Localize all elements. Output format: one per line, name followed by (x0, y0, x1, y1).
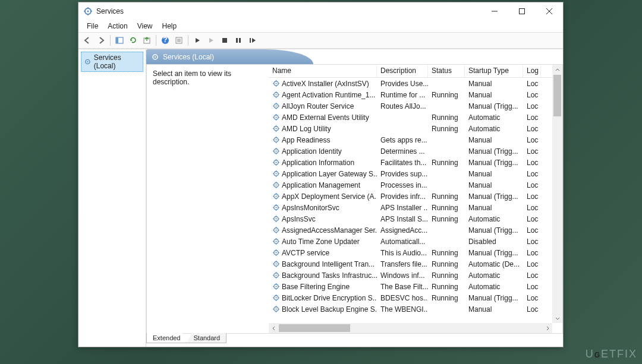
scroll-right-icon[interactable] (542, 323, 552, 333)
stop-button[interactable] (218, 34, 231, 47)
service-row[interactable]: Background Intelligent Tran...Transfers … (269, 258, 562, 270)
cell-status: Running (428, 113, 465, 122)
svg-point-58 (275, 139, 276, 140)
main-content: Select an item to view its description. … (146, 64, 563, 334)
svg-point-70 (275, 162, 276, 163)
horizontal-scrollbar[interactable] (269, 323, 552, 333)
service-row[interactable]: Background Tasks Infrastruc...Windows in… (269, 270, 562, 281)
cell-status (428, 140, 465, 141)
start-button[interactable] (191, 34, 204, 47)
export-button[interactable] (140, 34, 153, 47)
cell-status (428, 83, 465, 84)
gear-icon (272, 102, 280, 110)
col-status[interactable]: Status (428, 65, 465, 77)
scroll-left-icon[interactable] (269, 323, 279, 333)
rows-container: ActiveX Installer (AxInstSV)Provides Use… (269, 78, 562, 333)
menu-action[interactable]: Action (103, 21, 132, 31)
cell-startup: Disabled (465, 237, 523, 246)
svg-point-142 (275, 297, 276, 298)
cell-name: Agent Activation Runtime_1... (269, 90, 377, 100)
cell-startup: Manual (465, 90, 523, 100)
cell-log: Loc (523, 271, 541, 280)
scroll-thumb[interactable] (553, 75, 561, 116)
forward-button[interactable] (95, 34, 108, 47)
cell-status: Running (428, 282, 465, 292)
gear-icon (272, 147, 280, 155)
service-row[interactable]: Auto Time Zone UpdaterAutomaticall...Dis… (269, 236, 562, 247)
svg-point-28 (275, 83, 276, 84)
gear-icon (151, 53, 159, 61)
service-row[interactable]: Application InformationFacilitates th...… (269, 157, 562, 168)
refresh-button[interactable] (127, 34, 140, 47)
cell-status (428, 241, 465, 242)
svg-point-100 (275, 218, 276, 219)
menu-file[interactable]: File (82, 21, 103, 31)
service-row[interactable]: ApsInsMonitorSvcAPS Installer ...Running… (269, 202, 562, 213)
tree-root-item[interactable]: Services (Local) (81, 52, 143, 72)
scroll-down-icon[interactable] (552, 313, 562, 323)
cell-status: Running (428, 248, 465, 258)
start-disabled-button[interactable] (204, 34, 218, 47)
vertical-scrollbar[interactable] (552, 65, 562, 323)
pause-button[interactable] (232, 34, 245, 47)
service-row[interactable]: Application ManagementProcesses in...Man… (269, 179, 562, 191)
svg-rect-11 (116, 37, 118, 43)
close-button[interactable] (536, 2, 563, 20)
services-list: Name Description Status Startup Type Log… (269, 65, 562, 333)
service-row[interactable]: AVCTP serviceThis is Audio...RunningManu… (269, 247, 562, 258)
service-row[interactable]: Agent Activation Runtime_1...Runtime for… (269, 89, 562, 100)
gear-icon (272, 80, 280, 87)
cell-name: AssignedAccessManager Ser... (269, 226, 377, 235)
col-startup[interactable]: Startup Type (465, 65, 523, 77)
service-row[interactable]: App ReadinessGets apps re...ManualLoc (269, 134, 562, 145)
cell-status (428, 106, 465, 107)
minimize-button[interactable] (481, 2, 508, 20)
toolbar: ? (78, 32, 563, 49)
svg-point-82 (275, 184, 276, 185)
service-row[interactable]: Base Filtering EngineThe Base Filt...Run… (269, 281, 562, 292)
service-row[interactable]: AMD Log UtilityRunningAutomaticLoc (269, 123, 562, 134)
service-row[interactable]: AMD External Events UtilityRunningAutoma… (269, 112, 562, 123)
maximize-button[interactable] (508, 2, 536, 20)
cell-desc: BDESVC hos... (377, 293, 428, 303)
service-row[interactable]: ApsInsSvcAPS Install S...RunningAutomati… (269, 213, 562, 224)
service-row[interactable]: Application Layer Gateway S...Provides s… (269, 168, 562, 179)
svg-point-88 (275, 195, 276, 197)
col-name[interactable]: Name (269, 65, 377, 77)
tab-extended[interactable]: Extended (146, 333, 187, 343)
cell-startup: Manual (465, 305, 523, 314)
col-description[interactable]: Description (377, 65, 428, 77)
service-row[interactable]: AssignedAccessManager Ser...AssignedAcc.… (269, 224, 562, 236)
gear-icon (272, 113, 280, 121)
scroll-thumb-h[interactable] (279, 324, 350, 332)
scroll-up-icon[interactable] (552, 65, 562, 75)
help-button[interactable]: ? (159, 34, 172, 47)
menu-view[interactable]: View (133, 21, 158, 31)
show-hide-button[interactable] (113, 34, 126, 47)
cell-log: Loc (523, 248, 541, 258)
col-logon[interactable]: Log (523, 65, 541, 77)
tab-standard[interactable]: Standard (187, 333, 226, 343)
service-row[interactable]: AppX Deployment Service (A...Provides in… (269, 191, 562, 202)
properties-button[interactable] (172, 34, 185, 47)
menu-help[interactable]: Help (158, 21, 182, 31)
service-row[interactable]: Block Level Backup Engine S...The WBENGI… (269, 303, 562, 315)
svg-rect-22 (250, 38, 251, 43)
cell-name: AMD Log Utility (269, 124, 377, 134)
back-button[interactable] (81, 34, 94, 47)
service-row[interactable]: Application IdentityDetermines ...Manual… (269, 145, 562, 157)
cell-desc: Transfers file... (377, 259, 428, 269)
services-window: Services File Action View Help ? Service… (78, 2, 564, 347)
service-row[interactable]: AllJoyn Router ServiceRoutes AllJo...Man… (269, 100, 562, 112)
service-row[interactable]: ActiveX Installer (AxInstSV)Provides Use… (269, 78, 562, 89)
svg-rect-19 (222, 38, 227, 43)
cell-startup: Automatic (465, 271, 523, 280)
restart-button[interactable] (246, 34, 259, 47)
svg-point-136 (275, 286, 276, 287)
cell-log: Loc (523, 237, 541, 246)
main-header: Services (Local) (146, 49, 313, 64)
service-row[interactable]: BitLocker Drive Encryption S...BDESVC ho… (269, 292, 562, 303)
cell-desc (377, 117, 428, 118)
titlebar[interactable]: Services (78, 2, 563, 20)
cell-name: Auto Time Zone Updater (269, 237, 377, 246)
